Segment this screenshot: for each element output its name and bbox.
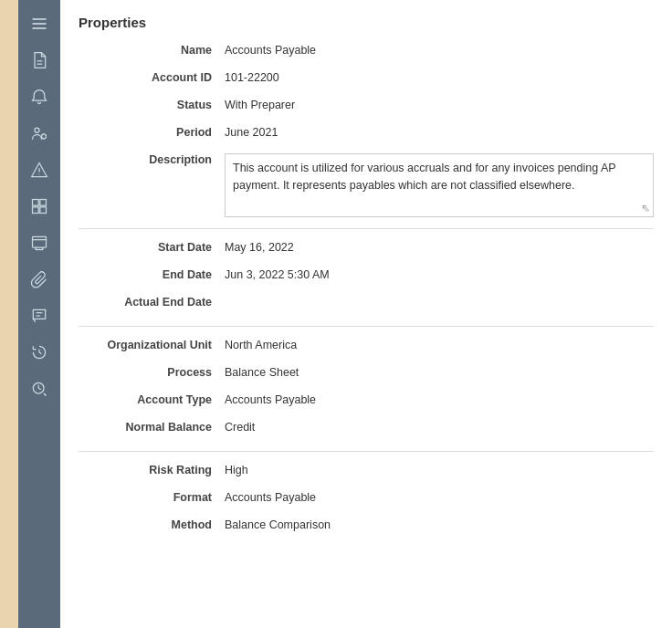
help-icon[interactable] — [23, 226, 56, 259]
risk-rating-row: Risk Rating High — [79, 463, 654, 483]
start-date-value: May 16, 2022 — [225, 240, 654, 254]
format-label: Format — [79, 490, 225, 504]
comment-icon[interactable] — [23, 299, 56, 332]
decorative-strip — [0, 0, 18, 628]
svg-point-10 — [38, 173, 39, 174]
account-id-value: 101-22200 — [225, 70, 654, 84]
risk-rating-label: Risk Rating — [79, 463, 225, 476]
normal-balance-row: Normal Balance Credit — [79, 420, 654, 440]
svg-rect-1 — [33, 23, 47, 25]
normal-balance-label: Normal Balance — [79, 420, 225, 434]
divider-1 — [79, 228, 654, 229]
period-label: Period — [79, 125, 225, 139]
description-box: This account is utilized for various acc… — [225, 153, 654, 217]
org-unit-value: North America — [225, 338, 654, 351]
actual-end-date-value — [225, 295, 654, 296]
attachment-icon[interactable] — [23, 263, 56, 296]
account-id-label: Account ID — [79, 70, 225, 84]
description-label: Description — [79, 152, 225, 166]
account-id-row: Account ID 101-22200 — [79, 70, 654, 90]
svg-rect-12 — [40, 200, 47, 206]
method-label: Method — [79, 518, 225, 531]
name-row: Name Accounts Payable — [79, 43, 654, 63]
history-icon[interactable] — [23, 336, 56, 369]
method-row: Method Balance Comparison — [79, 518, 654, 538]
end-date-label: End Date — [79, 267, 225, 281]
document-icon[interactable] — [23, 44, 56, 77]
process-row: Process Balance Sheet — [79, 365, 654, 385]
classification-section: Organizational Unit North America Proces… — [79, 338, 654, 440]
period-value: June 2021 — [225, 125, 654, 139]
format-value: Accounts Payable — [225, 490, 654, 504]
method-value: Balance Comparison — [225, 518, 654, 531]
description-row: Description This account is utilized for… — [79, 152, 654, 217]
name-value: Accounts Payable — [225, 43, 654, 57]
divider-3 — [79, 451, 654, 452]
name-label: Name — [79, 43, 225, 57]
icon-sidebar — [18, 0, 60, 628]
svg-rect-13 — [33, 207, 39, 214]
svg-line-26 — [38, 388, 41, 390]
basic-info-section: Name Accounts Payable Account ID 101-222… — [79, 43, 654, 217]
svg-rect-14 — [40, 207, 47, 214]
status-row: Status With Preparer — [79, 98, 654, 118]
end-date-value: Jun 3, 2022 5:30 AM — [225, 267, 654, 281]
dates-section: Start Date May 16, 2022 End Date Jun 3, … — [79, 240, 654, 315]
actual-end-date-label: Actual End Date — [79, 295, 225, 309]
warning-icon[interactable] — [23, 153, 56, 186]
start-date-label: Start Date — [79, 240, 225, 254]
svg-rect-15 — [33, 236, 47, 247]
page-title: Properties — [79, 15, 654, 30]
org-unit-row: Organizational Unit North America — [79, 338, 654, 358]
normal-balance-value: Credit — [225, 420, 654, 434]
main-content: Properties Name Accounts Payable Account… — [60, 0, 672, 628]
svg-rect-2 — [33, 27, 47, 29]
description-text: This account is utilized for various acc… — [233, 162, 615, 192]
svg-point-5 — [35, 128, 39, 132]
org-unit-label: Organizational Unit — [79, 338, 225, 351]
risk-rating-value: High — [225, 463, 654, 476]
clock-config-icon[interactable] — [23, 372, 56, 405]
account-type-row: Account Type Accounts Payable — [79, 392, 654, 413]
format-row: Format Accounts Payable — [79, 490, 654, 510]
svg-rect-11 — [33, 200, 39, 206]
list-icon[interactable] — [23, 7, 56, 40]
status-label: Status — [79, 98, 225, 111]
start-date-row: Start Date May 16, 2022 — [79, 240, 654, 260]
risk-section: Risk Rating High Format Accounts Payable… — [79, 463, 654, 538]
period-row: Period June 2021 — [79, 125, 654, 145]
process-value: Balance Sheet — [225, 365, 654, 379]
process-label: Process — [79, 365, 225, 379]
account-type-label: Account Type — [79, 392, 225, 406]
status-value: With Preparer — [225, 98, 654, 111]
svg-rect-0 — [33, 18, 47, 20]
actual-end-date-row: Actual End Date — [79, 295, 654, 315]
grid-icon[interactable] — [23, 190, 56, 223]
description-value: This account is utilized for various acc… — [225, 152, 654, 217]
svg-point-6 — [42, 134, 47, 139]
bell-icon[interactable] — [23, 80, 56, 113]
end-date-row: End Date Jun 3, 2022 5:30 AM — [79, 267, 654, 288]
account-type-value: Accounts Payable — [225, 392, 654, 406]
divider-2 — [79, 326, 654, 327]
svg-line-23 — [39, 352, 42, 354]
user-config-icon[interactable] — [23, 117, 56, 150]
resize-handle: ⇖ — [641, 203, 650, 214]
